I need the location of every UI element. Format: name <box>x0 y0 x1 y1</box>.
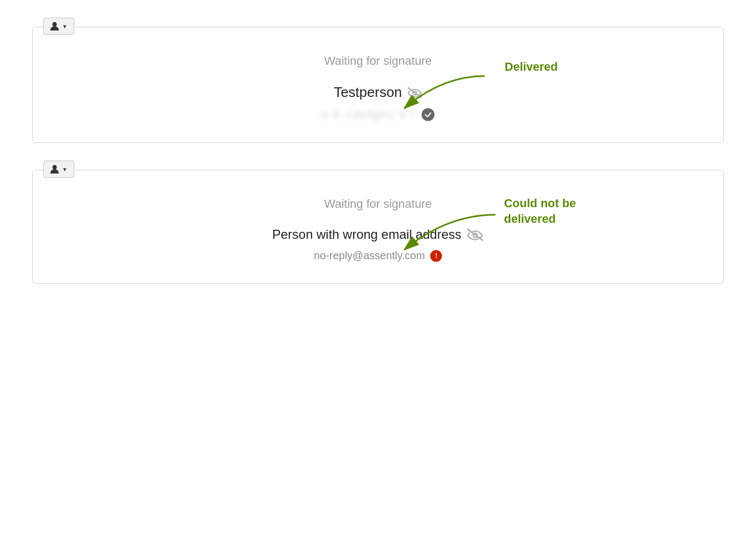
user-icon-2 <box>50 164 59 174</box>
card-2: ▼ Waiting for signature Person with wron… <box>32 170 724 284</box>
delivered-label: Delivered <box>505 60 558 74</box>
delivered-arrow <box>388 71 495 119</box>
waiting-label-1: Waiting for signature <box>324 54 432 68</box>
could-not-label: Could not be delivered <box>504 196 576 227</box>
card-1-content: Waiting for signature Testperson a b cde… <box>54 43 702 121</box>
svg-point-3 <box>52 165 57 170</box>
user-dropdown-button-2[interactable]: ▼ <box>43 161 74 178</box>
could-not-arrow <box>388 207 506 260</box>
chevron-down-icon-1: ▼ <box>62 24 67 29</box>
card-1: ▼ Waiting for signature Testperson a b c… <box>32 27 724 143</box>
chevron-down-icon-2: ▼ <box>62 167 67 172</box>
user-dropdown-button-1[interactable]: ▼ <box>43 18 74 35</box>
user-icon-1 <box>50 21 59 31</box>
card-2-content: Waiting for signature Person with wrong … <box>54 186 702 262</box>
svg-point-0 <box>52 22 57 27</box>
